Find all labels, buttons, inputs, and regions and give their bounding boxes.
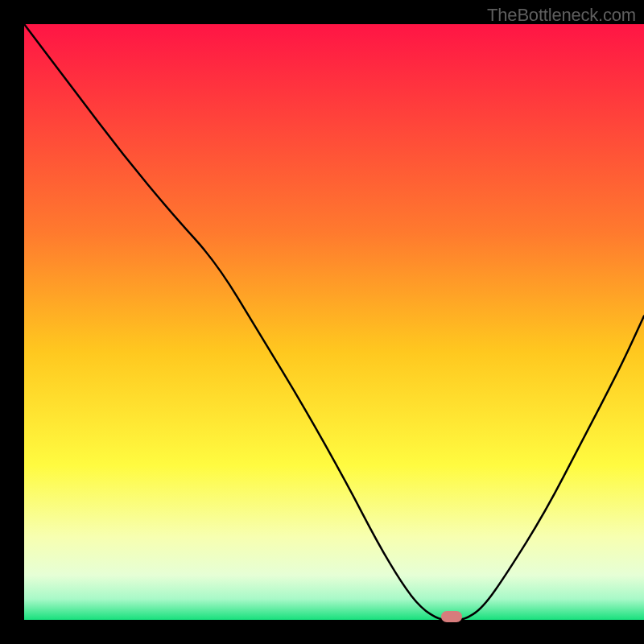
- optimal-marker: [441, 611, 462, 622]
- attribution-text: TheBottleneck.com: [487, 5, 636, 26]
- chart-background: [24, 24, 644, 620]
- plot-area: [24, 24, 644, 620]
- chart-svg: [24, 24, 644, 620]
- chart-container: TheBottleneck.com: [0, 0, 644, 644]
